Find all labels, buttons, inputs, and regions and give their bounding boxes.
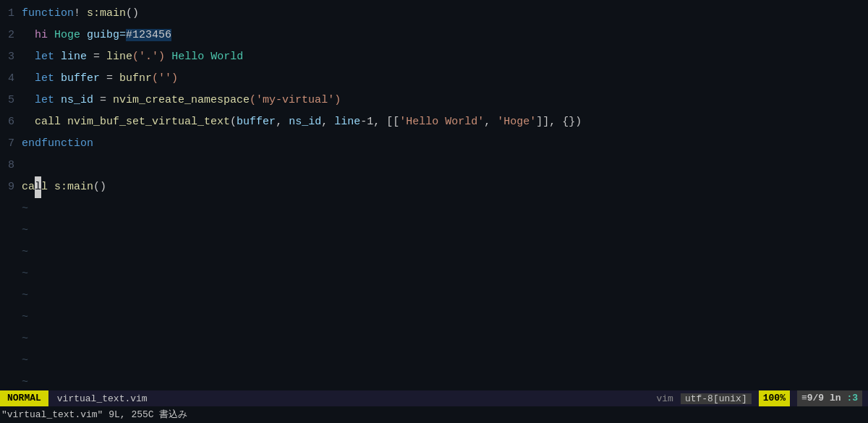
code-line-7: 7 endfunction bbox=[0, 133, 868, 155]
code-line-2: 2 hi Hoge guibg=#123456 bbox=[0, 25, 868, 46]
code-line-6: 6 call nvim_buf_set_virtual_text(buffer,… bbox=[0, 111, 868, 133]
tilde-char: ~ bbox=[22, 263, 28, 285]
status-position: ≡9/9 ln :3 bbox=[797, 390, 862, 406]
mode-badge: NORMAL bbox=[0, 390, 48, 406]
tilde-line-6: ~ bbox=[0, 307, 868, 328]
tilde-char: ~ bbox=[22, 198, 28, 220]
status-vim-label: vim bbox=[657, 393, 673, 404]
line-content-7: endfunction bbox=[22, 133, 868, 155]
code-line-8: 8 bbox=[0, 155, 868, 176]
tilde-line-5: ~ bbox=[0, 285, 868, 307]
code-area: 1 function! s:main() 2 hi Hoge guibg=#12… bbox=[0, 3, 868, 415]
line-content-1: function! s:main() bbox=[22, 3, 868, 25]
line-num-3: 3 bbox=[0, 46, 22, 68]
code-line-1: 1 function! s:main() bbox=[0, 3, 868, 25]
tilde-line-2: ~ bbox=[0, 220, 868, 242]
line-num-5: 5 bbox=[0, 90, 22, 111]
line-content-9: call s:main() bbox=[22, 176, 868, 198]
tilde-line-8: ~ bbox=[0, 350, 868, 372]
line-content-4: let buffer = bufnr('') bbox=[22, 68, 868, 90]
line-content-2: hi Hoge guibg=#123456 bbox=[22, 25, 868, 46]
line-content-6: call nvim_buf_set_virtual_text(buffer, n… bbox=[22, 111, 868, 133]
tilde-line-1: ~ bbox=[0, 198, 868, 220]
line-num-9: 9 bbox=[0, 176, 22, 198]
status-right: vim utf-8[unix] 100% ≡9/9 ln :3 bbox=[657, 390, 869, 406]
tilde-char: ~ bbox=[22, 307, 28, 328]
tilde-char: ~ bbox=[22, 285, 28, 307]
status-filename-text: virtual_text.vim bbox=[57, 393, 148, 404]
code-line-5: 5 let ns_id = nvim_create_namespace('my-… bbox=[0, 90, 868, 111]
cmdline-text: "virtual_text.vim" 9L, 255C 書込み bbox=[1, 408, 187, 421]
line-num-6: 6 bbox=[0, 111, 22, 133]
code-line-3: 3 let line = line('.') Hello World bbox=[0, 46, 868, 68]
line-content-5: let ns_id = nvim_create_namespace('my-vi… bbox=[22, 90, 868, 111]
tilde-char: ~ bbox=[22, 350, 28, 372]
line-num-2: 2 bbox=[0, 25, 22, 46]
status-filename: virtual_text.vim bbox=[48, 393, 657, 404]
code-line-4: 4 let buffer = bufnr('') bbox=[0, 68, 868, 90]
line-num-8: 8 bbox=[0, 155, 22, 176]
tilde-line-4: ~ bbox=[0, 263, 868, 285]
tilde-char: ~ bbox=[22, 242, 28, 263]
status-percent: 100% bbox=[759, 390, 790, 406]
editor: 1 function! s:main() 2 hi Hoge guibg=#12… bbox=[0, 0, 868, 390]
code-line-9: 9 call s:main() bbox=[0, 176, 868, 198]
line-num-4: 4 bbox=[0, 68, 22, 90]
line-content-3: let line = line('.') Hello World bbox=[22, 46, 868, 68]
line-num-7: 7 bbox=[0, 133, 22, 155]
line-num-1: 1 bbox=[0, 3, 22, 25]
tilde-line-7: ~ bbox=[0, 328, 868, 350]
status-encoding: utf-8[unix] bbox=[681, 393, 752, 404]
tilde-char: ~ bbox=[22, 220, 28, 242]
tilde-char: ~ bbox=[22, 328, 28, 350]
tilde-line-3: ~ bbox=[0, 242, 868, 263]
cursor: l bbox=[35, 176, 41, 198]
